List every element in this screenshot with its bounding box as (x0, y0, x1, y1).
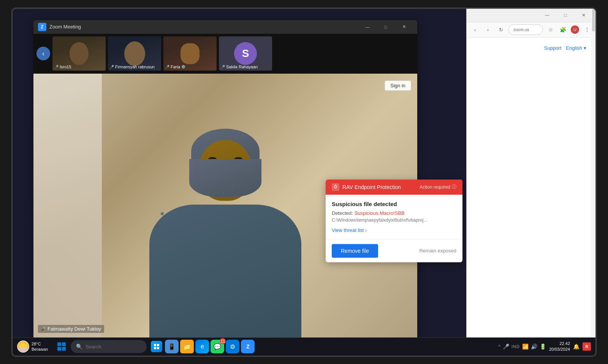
bookmark-icon[interactable]: ☆ (545, 24, 556, 35)
whatsapp-logo-icon: 💬 (214, 343, 221, 350)
participant-name-firmansyah: 🎤 Firmansyah rabrusun (109, 65, 160, 69)
zoom-close-button[interactable]: ✕ (395, 21, 413, 33)
rav-detected-label: Detected: (332, 210, 353, 216)
tray-chevron[interactable]: ^ (498, 344, 500, 349)
edge-logo-icon: e (201, 343, 204, 350)
browser-content: Support English ▾ (467, 38, 595, 337)
taskbar-search[interactable]: 🔍 (71, 340, 147, 353)
taskbar-right: ^ 🎤 IND 📶 🔊 🔋 22.42 20/03/2024 🔔 R (498, 341, 595, 353)
monitor-frame: Z Zoom Meeting — □ ✕ ‹ 🎤 (11, 8, 597, 357)
weather-temp: 28°C (32, 341, 48, 347)
english-dropdown[interactable]: English ▾ (566, 45, 586, 51)
rav-notification: Ô RAV Endpoint Protection Action require… (326, 180, 462, 262)
desktop: Z Zoom Meeting — □ ✕ ‹ 🎤 (13, 9, 595, 337)
start-button[interactable] (54, 339, 69, 354)
edge-icon[interactable]: e (195, 340, 209, 353)
zoom-titlebar: Z Zoom Meeting — □ ✕ (33, 20, 417, 34)
browser-maximize-button[interactable]: □ (557, 9, 574, 21)
participants-nav-left[interactable]: ‹ (36, 47, 50, 60)
battery-icon[interactable]: 🔋 (540, 344, 546, 350)
chevron-down-icon: ▾ (584, 45, 586, 51)
zoom-minimize-button[interactable]: — (359, 21, 376, 33)
rav-brand-label: RAV Endpoint Protection (342, 184, 401, 190)
participant-tile-isro[interactable]: 🎤 Isro15 (52, 36, 106, 71)
main-person-area (121, 113, 330, 337)
zoom-maximize-button[interactable]: □ (377, 21, 394, 33)
rav-tray-icon[interactable]: R (583, 342, 591, 351)
language-indicator: IND (511, 344, 520, 349)
participant-tile-sakila[interactable]: S 🎤 Sakila Rahayaan (219, 36, 272, 71)
folder-icon: 📁 (183, 343, 191, 350)
wifi-icon[interactable]: 📶 (522, 344, 529, 350)
mic-muted-icon-sakila: 🎤 (220, 65, 225, 69)
browser-minimize-button[interactable]: — (538, 9, 556, 21)
widgets-grid-icon (154, 344, 159, 349)
volume-icon[interactable]: 🔊 (531, 344, 537, 350)
browser-toolbar: ‹ › ↻ zoom.us ☆ 🧩 U ⋮ (467, 22, 595, 38)
zoom-logo-icon: Z (38, 23, 46, 31)
browser-window: — □ ✕ ‹ › ↻ zoom.us ☆ 🧩 U (466, 9, 595, 337)
browser-refresh-button[interactable]: ↻ (496, 24, 506, 35)
sign-in-button[interactable]: Sign in (385, 80, 411, 91)
weather-desc: Berawan (32, 347, 48, 352)
rav-detected-row: Detected: Suspicious.Macro!SBB (332, 210, 456, 217)
clock-date: 20/03/2024 (549, 347, 570, 352)
browser-address-bar[interactable]: zoom.us (508, 24, 543, 35)
profile-avatar: U (571, 25, 579, 34)
widgets-btn (151, 341, 162, 352)
main-mic-muted-icon: 🎤 (41, 327, 46, 331)
taskbar-weather[interactable]: 28°C Berawan (13, 340, 52, 353)
extensions-icon[interactable]: 🧩 (557, 24, 568, 35)
zoom-window: Z Zoom Meeting — □ ✕ ‹ 🎤 (33, 20, 417, 337)
rav-action-required: Action required ⓘ (420, 184, 456, 190)
scrollbar[interactable] (591, 9, 595, 337)
rav-filepath: C:\Windows\temp\aepyfalxdyixl9ub\xf\vbap… (332, 217, 456, 223)
taskbar-zoom-icon[interactable]: 📱 (165, 340, 179, 353)
zoom-taskbar-icon[interactable]: Z (241, 340, 255, 353)
info-icon: ⓘ (452, 184, 456, 190)
support-link[interactable]: Support (544, 45, 562, 51)
browser-header-area: Support English ▾ (476, 45, 586, 58)
file-explorer-icon[interactable]: 📁 (180, 340, 194, 353)
scrollbar-thumb[interactable] (592, 9, 595, 32)
browser-back-button[interactable]: ‹ (470, 24, 480, 35)
browser-forward-button[interactable]: › (483, 24, 493, 35)
taskbar: 28°C Berawan 🔍 (13, 337, 595, 356)
zoom-window-controls: — □ ✕ (359, 21, 413, 33)
browser-window-controls: — □ ✕ (538, 9, 592, 21)
participant-tile-firmansyah[interactable]: 🎤 Firmansyah rabrusun (108, 36, 161, 71)
main-speaker-name: 🎤 Fatmawatty Dewi Tukloy (38, 325, 104, 333)
rav-remove-file-button[interactable]: Remove file (332, 244, 378, 258)
browser-titlebar: — □ ✕ (467, 9, 595, 22)
person-head (187, 129, 263, 212)
rav-remain-exposed-label: Remain exposed (419, 248, 456, 254)
widgets-icon[interactable] (150, 340, 163, 353)
profile-icon[interactable]: U (570, 24, 580, 35)
settings-icon[interactable]: ⚙ (226, 340, 239, 353)
browser-close-button[interactable]: ✕ (575, 9, 592, 21)
faria-icons: ⚙️ (181, 65, 185, 69)
win-logo-cell-4 (62, 347, 66, 351)
participant-name-isro: 🎤 Isro15 (54, 65, 104, 69)
hijab-bottom (189, 159, 261, 197)
mic-tray-icon[interactable]: 🎤 (503, 344, 509, 350)
rav-view-threat-link[interactable]: View threat list › (332, 227, 456, 233)
gear-icon: ⚙ (230, 343, 235, 350)
clock[interactable]: 22.42 20/03/2024 (549, 341, 570, 353)
participant-tile-faria[interactable]: 🎤 Faria ⚙️ (163, 36, 217, 71)
zoom-participants-strip: ‹ 🎤 Isro15 🎤 (33, 34, 417, 74)
whatsapp-icon-wrap[interactable]: 💬 11 (211, 340, 224, 353)
mic-muted-icon-faria: 🎤 (165, 65, 169, 69)
notification-bell-icon[interactable]: 🔔 (573, 344, 580, 350)
system-tray: ^ 🎤 IND 📶 🔊 🔋 (498, 344, 546, 350)
address-text: zoom.us (513, 27, 529, 32)
rav-detected-value: Suspicious.Macro!SBB (355, 210, 405, 216)
search-input[interactable] (86, 344, 141, 350)
browser-toolbar-icons: ☆ 🧩 U ⋮ (545, 24, 592, 35)
rav-header: Ô RAV Endpoint Protection Action require… (326, 180, 462, 195)
zoom-app-icon: 📱 (165, 340, 179, 353)
taskbar-app-icons: 📱 📁 e 💬 11 ⚙ Z (150, 340, 255, 353)
mic-muted-icon-firmansyah: 🎤 (109, 65, 114, 69)
participant-name-faria: 🎤 Faria ⚙️ (165, 65, 215, 69)
rav-logo-icon: Ô (332, 183, 339, 191)
